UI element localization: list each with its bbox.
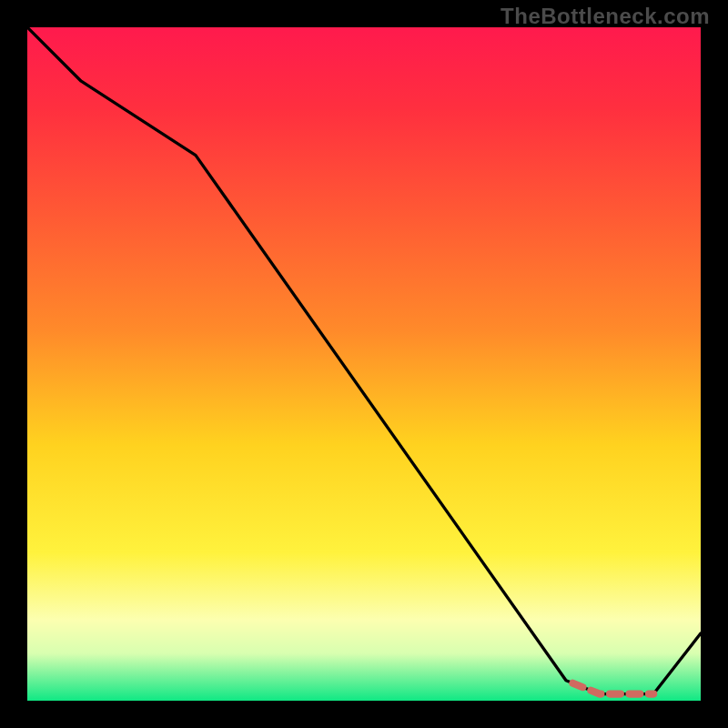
- highlight-layer: [27, 27, 701, 701]
- watermark-text: TheBottleneck.com: [500, 4, 710, 29]
- chart-frame: TheBottleneck.com: [0, 0, 728, 728]
- highlight-path: [572, 683, 653, 694]
- plot-area: [27, 27, 701, 701]
